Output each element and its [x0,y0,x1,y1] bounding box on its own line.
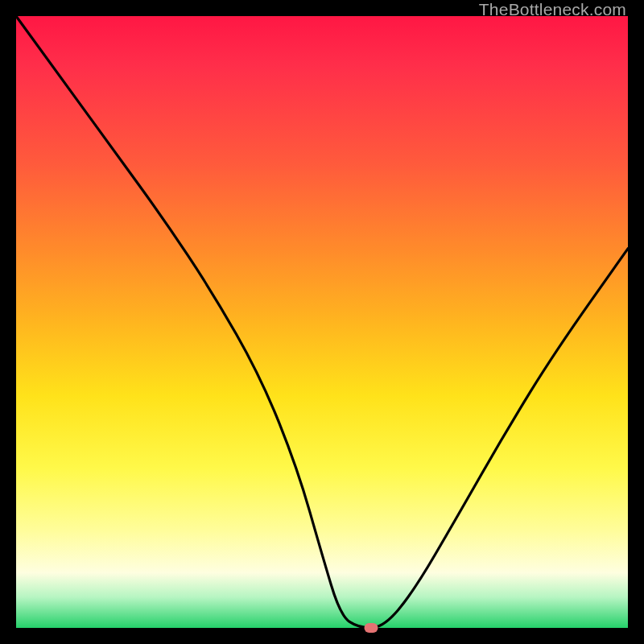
chart-frame: TheBottleneck.com [0,0,644,644]
bottleneck-curve [16,16,628,628]
watermark-text: TheBottleneck.com [479,0,626,19]
optimum-marker [364,623,378,633]
plot-area [16,16,628,628]
